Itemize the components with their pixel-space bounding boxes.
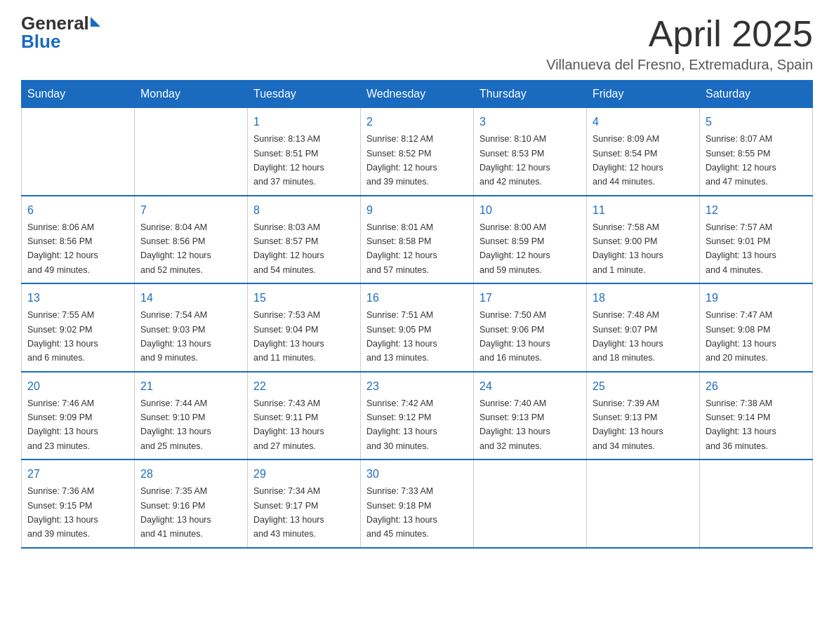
day-info: Sunrise: 7:34 AMSunset: 9:17 PMDaylight:… bbox=[253, 486, 324, 539]
day-cell: 6Sunrise: 8:06 AMSunset: 8:56 PMDaylight… bbox=[22, 196, 135, 284]
day-info: Sunrise: 7:35 AMSunset: 9:16 PMDaylight:… bbox=[140, 486, 211, 539]
day-number: 6 bbox=[27, 202, 128, 219]
day-number: 25 bbox=[593, 378, 694, 395]
day-number: 26 bbox=[706, 378, 807, 395]
day-info: Sunrise: 7:54 AMSunset: 9:03 PMDaylight:… bbox=[140, 310, 211, 363]
day-number: 24 bbox=[479, 378, 581, 395]
day-info: Sunrise: 7:38 AMSunset: 9:14 PMDaylight:… bbox=[706, 398, 776, 451]
day-cell: 28Sunrise: 7:35 AMSunset: 9:16 PMDayligh… bbox=[135, 459, 248, 548]
day-info: Sunrise: 7:39 AMSunset: 9:13 PMDaylight:… bbox=[593, 398, 663, 451]
day-cell: 21Sunrise: 7:44 AMSunset: 9:10 PMDayligh… bbox=[135, 372, 248, 460]
day-info: Sunrise: 7:33 AMSunset: 9:18 PMDaylight:… bbox=[366, 486, 437, 539]
day-number: 27 bbox=[27, 466, 128, 483]
day-info: Sunrise: 8:00 AMSunset: 8:59 PMDaylight:… bbox=[479, 222, 550, 275]
day-cell: 27Sunrise: 7:36 AMSunset: 9:15 PMDayligh… bbox=[22, 459, 135, 548]
calendar-header: SundayMondayTuesdayWednesdayThursdayFrid… bbox=[22, 81, 813, 108]
day-cell: 19Sunrise: 7:47 AMSunset: 9:08 PMDayligh… bbox=[700, 283, 813, 372]
day-info: Sunrise: 8:04 AMSunset: 8:56 PMDaylight:… bbox=[140, 222, 211, 275]
day-info: Sunrise: 8:10 AMSunset: 8:53 PMDaylight:… bbox=[479, 134, 550, 187]
day-info: Sunrise: 8:12 AMSunset: 8:52 PMDaylight:… bbox=[366, 134, 437, 187]
day-info: Sunrise: 7:48 AMSunset: 9:07 PMDaylight:… bbox=[593, 310, 663, 363]
column-header-sunday: Sunday bbox=[22, 81, 135, 108]
day-info: Sunrise: 7:57 AMSunset: 9:01 PMDaylight:… bbox=[706, 222, 776, 275]
day-cell: 26Sunrise: 7:38 AMSunset: 9:14 PMDayligh… bbox=[700, 372, 813, 460]
day-cell: 18Sunrise: 7:48 AMSunset: 9:07 PMDayligh… bbox=[587, 283, 700, 372]
week-row-2: 6Sunrise: 8:06 AMSunset: 8:56 PMDaylight… bbox=[22, 196, 813, 284]
day-cell: 3Sunrise: 8:10 AMSunset: 8:53 PMDaylight… bbox=[474, 108, 587, 196]
day-cell: 22Sunrise: 7:43 AMSunset: 9:11 PMDayligh… bbox=[248, 372, 361, 460]
column-header-monday: Monday bbox=[135, 81, 248, 108]
day-info: Sunrise: 7:43 AMSunset: 9:11 PMDaylight:… bbox=[253, 398, 324, 451]
day-info: Sunrise: 8:01 AMSunset: 8:58 PMDaylight:… bbox=[366, 222, 437, 275]
logo-general-text: General bbox=[21, 14, 89, 32]
day-cell: 13Sunrise: 7:55 AMSunset: 9:02 PMDayligh… bbox=[22, 283, 135, 372]
week-row-5: 27Sunrise: 7:36 AMSunset: 9:15 PMDayligh… bbox=[22, 459, 813, 548]
day-number: 30 bbox=[366, 466, 468, 483]
day-number: 23 bbox=[366, 378, 468, 395]
day-cell bbox=[700, 459, 813, 548]
day-number: 29 bbox=[253, 466, 355, 483]
day-number: 19 bbox=[706, 290, 807, 307]
day-cell: 23Sunrise: 7:42 AMSunset: 9:12 PMDayligh… bbox=[361, 372, 474, 460]
day-cell: 30Sunrise: 7:33 AMSunset: 9:18 PMDayligh… bbox=[361, 459, 474, 548]
day-cell: 20Sunrise: 7:46 AMSunset: 9:09 PMDayligh… bbox=[22, 372, 135, 460]
day-number: 5 bbox=[706, 114, 807, 130]
day-cell: 10Sunrise: 8:00 AMSunset: 8:59 PMDayligh… bbox=[474, 196, 587, 284]
day-number: 13 bbox=[27, 290, 128, 307]
day-info: Sunrise: 7:36 AMSunset: 9:15 PMDaylight:… bbox=[27, 486, 98, 539]
page-header: General Blue April 2025 Villanueva del F… bbox=[21, 14, 813, 73]
day-cell: 5Sunrise: 8:07 AMSunset: 8:55 PMDaylight… bbox=[700, 108, 813, 196]
day-number: 14 bbox=[140, 290, 241, 307]
month-title: April 2025 bbox=[546, 14, 813, 54]
week-row-4: 20Sunrise: 7:46 AMSunset: 9:09 PMDayligh… bbox=[22, 372, 813, 460]
day-number: 15 bbox=[253, 290, 355, 307]
header-row: SundayMondayTuesdayWednesdayThursdayFrid… bbox=[22, 81, 813, 108]
day-cell: 11Sunrise: 7:58 AMSunset: 9:00 PMDayligh… bbox=[587, 196, 700, 284]
logo-blue-text: Blue bbox=[21, 32, 100, 51]
day-cell bbox=[135, 108, 248, 196]
day-info: Sunrise: 7:53 AMSunset: 9:04 PMDaylight:… bbox=[253, 310, 324, 363]
column-header-friday: Friday bbox=[587, 81, 700, 108]
calendar-table: SundayMondayTuesdayWednesdayThursdayFrid… bbox=[21, 80, 813, 549]
day-cell: 16Sunrise: 7:51 AMSunset: 9:05 PMDayligh… bbox=[361, 283, 474, 372]
day-cell: 25Sunrise: 7:39 AMSunset: 9:13 PMDayligh… bbox=[587, 372, 700, 460]
day-info: Sunrise: 7:46 AMSunset: 9:09 PMDaylight:… bbox=[27, 398, 98, 451]
logo-arrow-icon bbox=[91, 17, 100, 27]
day-number: 18 bbox=[593, 290, 694, 307]
day-cell: 14Sunrise: 7:54 AMSunset: 9:03 PMDayligh… bbox=[135, 283, 248, 372]
week-row-3: 13Sunrise: 7:55 AMSunset: 9:02 PMDayligh… bbox=[22, 283, 813, 372]
title-section: April 2025 Villanueva del Fresno, Extrem… bbox=[546, 14, 813, 73]
day-cell: 8Sunrise: 8:03 AMSunset: 8:57 PMDaylight… bbox=[248, 196, 361, 284]
day-number: 8 bbox=[253, 202, 355, 219]
calendar-body: 1Sunrise: 8:13 AMSunset: 8:51 PMDaylight… bbox=[22, 108, 813, 548]
day-info: Sunrise: 7:47 AMSunset: 9:08 PMDaylight:… bbox=[706, 310, 776, 363]
day-info: Sunrise: 7:44 AMSunset: 9:10 PMDaylight:… bbox=[140, 398, 211, 451]
day-info: Sunrise: 8:07 AMSunset: 8:55 PMDaylight:… bbox=[706, 134, 776, 187]
day-number: 22 bbox=[253, 378, 355, 395]
day-cell: 24Sunrise: 7:40 AMSunset: 9:13 PMDayligh… bbox=[474, 372, 587, 460]
day-info: Sunrise: 7:51 AMSunset: 9:05 PMDaylight:… bbox=[366, 310, 437, 363]
day-number: 16 bbox=[366, 290, 468, 307]
day-number: 21 bbox=[140, 378, 241, 395]
day-cell: 17Sunrise: 7:50 AMSunset: 9:06 PMDayligh… bbox=[474, 283, 587, 372]
day-number: 12 bbox=[706, 202, 807, 219]
day-cell: 4Sunrise: 8:09 AMSunset: 8:54 PMDaylight… bbox=[587, 108, 700, 196]
location-subtitle: Villanueva del Fresno, Extremadura, Spai… bbox=[546, 57, 813, 73]
column-header-wednesday: Wednesday bbox=[361, 81, 474, 108]
day-cell: 1Sunrise: 8:13 AMSunset: 8:51 PMDaylight… bbox=[248, 108, 361, 196]
day-cell: 2Sunrise: 8:12 AMSunset: 8:52 PMDaylight… bbox=[361, 108, 474, 196]
day-cell bbox=[587, 459, 700, 548]
day-cell: 9Sunrise: 8:01 AMSunset: 8:58 PMDaylight… bbox=[361, 196, 474, 284]
day-info: Sunrise: 8:09 AMSunset: 8:54 PMDaylight:… bbox=[593, 134, 663, 187]
day-number: 10 bbox=[479, 202, 581, 219]
day-number: 4 bbox=[593, 114, 694, 130]
day-number: 20 bbox=[27, 378, 128, 395]
day-info: Sunrise: 7:42 AMSunset: 9:12 PMDaylight:… bbox=[366, 398, 437, 451]
day-cell: 12Sunrise: 7:57 AMSunset: 9:01 PMDayligh… bbox=[700, 196, 813, 284]
day-cell: 15Sunrise: 7:53 AMSunset: 9:04 PMDayligh… bbox=[248, 283, 361, 372]
day-number: 2 bbox=[366, 114, 468, 130]
day-cell: 29Sunrise: 7:34 AMSunset: 9:17 PMDayligh… bbox=[248, 459, 361, 548]
day-info: Sunrise: 8:13 AMSunset: 8:51 PMDaylight:… bbox=[253, 134, 324, 187]
day-number: 17 bbox=[479, 290, 581, 307]
day-number: 3 bbox=[479, 114, 581, 130]
